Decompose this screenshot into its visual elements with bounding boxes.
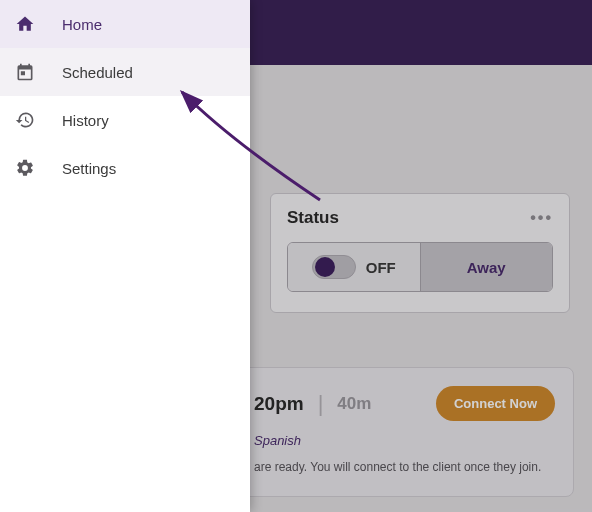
sidebar-item-label: Home — [62, 16, 102, 33]
sidebar-item-label: Scheduled — [62, 64, 133, 81]
sidebar-item-label: Settings — [62, 160, 116, 177]
calendar-icon — [14, 61, 36, 83]
sidebar-item-history[interactable]: History — [0, 96, 250, 144]
sidebar-item-settings[interactable]: Settings — [0, 144, 250, 192]
sidebar-item-home[interactable]: Home — [0, 0, 250, 48]
nav-drawer: Home Scheduled History Settings — [0, 0, 250, 512]
sidebar-item-label: History — [62, 112, 109, 129]
home-icon — [14, 13, 36, 35]
history-icon — [14, 109, 36, 131]
sidebar-item-scheduled[interactable]: Scheduled — [0, 48, 250, 96]
gear-icon — [14, 157, 36, 179]
